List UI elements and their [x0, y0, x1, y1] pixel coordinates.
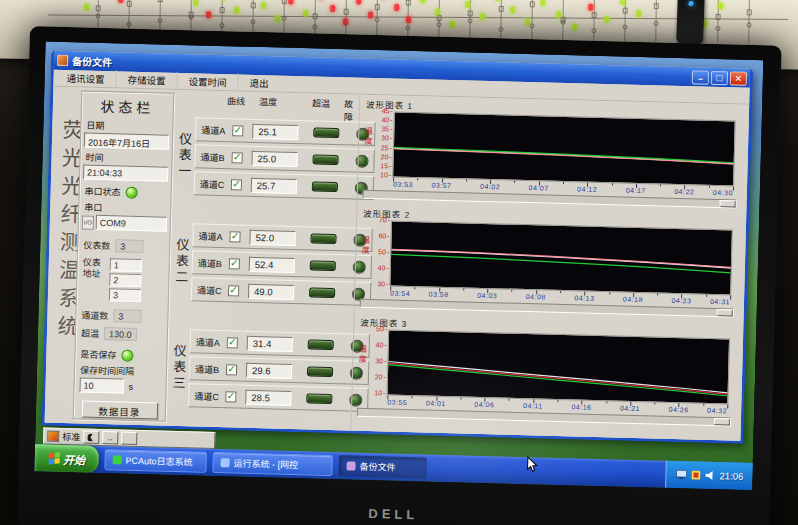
x-tick-label: 03:58 — [429, 291, 449, 299]
date-field: 2016年7月16日 — [84, 132, 169, 149]
x-tick — [730, 295, 731, 299]
save-label: 是否保存 — [80, 347, 116, 361]
tray-clock[interactable]: 21:06 — [720, 470, 744, 482]
channel-row: 通道A✓31.4 — [189, 329, 370, 358]
indicator-led-icon — [540, 0, 545, 6]
x-tick — [557, 400, 558, 402]
instrument-count-label: 仪表数 — [83, 238, 110, 252]
status-panel: 状态栏 日期 2016年7月16日 时间 21:04:33 串口状态 串口 CO… — [73, 90, 175, 421]
instrument-3: 仪表三通道A✓31.4通道B✓29.6通道C✓28.5 — [167, 317, 354, 424]
scrollbar-thumb[interactable] — [719, 200, 735, 207]
display-tray-icon[interactable] — [677, 470, 687, 479]
channel-row: 通道C✓28.5 — [188, 383, 369, 412]
menu-item-set-time[interactable]: 设置时间 — [176, 71, 237, 92]
taskbar-item-label: 运行系统 - [网控 — [233, 456, 298, 471]
instrument-addr-label: 仪表地址 — [82, 257, 103, 301]
curve-checkbox[interactable]: ✓ — [226, 364, 237, 375]
header-curve: 曲线 — [227, 94, 245, 107]
palette-tool-button-2[interactable]: ‥ — [102, 431, 118, 444]
instrument-count-field[interactable]: 3 — [115, 239, 143, 253]
indicator-led-icon — [288, 0, 293, 5]
temperature-value: 25.1 — [252, 123, 298, 139]
x-tick-label: 04:12 — [577, 185, 597, 193]
save-interval-unit: s — [128, 381, 133, 391]
curve-checkbox[interactable]: ✓ — [229, 258, 240, 269]
curve-checkbox[interactable]: ✓ — [232, 125, 243, 136]
palette-tool-button-3[interactable] — [121, 432, 137, 445]
curve-checkbox[interactable]: ✓ — [225, 391, 236, 402]
palette-tool-button-1[interactable] — [83, 431, 99, 444]
indicator-led-icon — [718, 2, 723, 9]
overtemp-led — [309, 287, 335, 298]
overtemp-threshold-field[interactable]: 130.0 — [104, 327, 137, 341]
channel-row: 通道C✓25.7 — [194, 171, 375, 200]
status-panel-title: 状态栏 — [82, 95, 173, 117]
start-label: 开始 — [63, 451, 85, 468]
waveform-chart-2: 波形图表 2温度706050403003:5403:5804:0304:0804… — [359, 207, 747, 325]
channel-row: 通道B✓29.6 — [189, 356, 370, 385]
chart-body: 温度5040302010 — [356, 329, 743, 405]
chart-svg — [390, 222, 732, 295]
y-tick-label: 20 — [380, 153, 391, 160]
volume-tray-icon[interactable] — [706, 471, 715, 480]
menu-item-storage-settings[interactable]: 存储设置 — [115, 70, 176, 91]
y-tick-label: 30 — [375, 357, 386, 364]
header-temperature: 温度 — [259, 95, 277, 108]
save-interval-field[interactable]: 10 — [79, 377, 123, 393]
channel-row: 通道A✓52.0 — [192, 223, 373, 252]
menu-item-exit[interactable]: 退出 — [237, 73, 279, 93]
maximize-button[interactable] — [711, 70, 728, 84]
y-axis-ticks: 5040302010 — [367, 329, 389, 394]
window-icon — [57, 55, 68, 66]
x-tick — [657, 294, 658, 296]
taskbar-item-3[interactable]: 备份文件 — [338, 455, 427, 478]
y-tick-label: 70 — [379, 216, 390, 223]
data-directory-button[interactable]: 数据目录 — [81, 400, 157, 419]
y-tick-label: 50 — [378, 248, 389, 255]
close-button[interactable] — [730, 71, 747, 85]
overtemp-led — [310, 260, 336, 271]
indicator-led-icon — [234, 7, 239, 14]
instrument-name: 仪表三 — [167, 344, 188, 393]
curve-checkbox[interactable]: ✓ — [229, 231, 240, 242]
x-tick-label: 04:18 — [623, 296, 643, 304]
channel-rows: 通道A✓25.1通道B✓25.0通道C✓25.7 — [193, 114, 377, 203]
serial-port-select[interactable]: COM9 — [82, 214, 167, 231]
channel-count-field[interactable]: 3 — [113, 309, 141, 323]
dell-logo: DELL — [368, 506, 418, 522]
curve-checkbox[interactable]: ✓ — [228, 285, 239, 296]
x-tick — [609, 292, 610, 294]
temperature-value: 28.5 — [245, 389, 291, 405]
scrollbar-thumb[interactable] — [717, 309, 733, 316]
channel-label: 通道C — [197, 283, 228, 297]
curve-checkbox[interactable]: ✓ — [231, 152, 242, 163]
program-tray-icon[interactable] — [692, 470, 701, 479]
instrument-addr-field-1[interactable]: 1 — [110, 258, 142, 272]
taskbar-item-1[interactable]: PCAuto日志系统 — [104, 449, 207, 473]
camera-device — [676, 0, 705, 44]
minimize-button[interactable] — [692, 70, 709, 84]
indicator-led-icon — [620, 0, 625, 5]
menu-item-comm-settings[interactable]: 通讯设置 — [55, 68, 115, 89]
x-tick-label: 04:17 — [626, 187, 646, 195]
indicator-led-icon — [261, 2, 266, 9]
indicator-led-icon — [636, 10, 641, 17]
x-tick — [509, 399, 510, 401]
temperature-value: 25.7 — [251, 177, 297, 193]
instrument-addr-field-2[interactable]: 2 — [109, 273, 141, 287]
curve-checkbox[interactable]: ✓ — [227, 337, 238, 348]
x-tick — [412, 396, 413, 398]
y-tick-label: 20 — [375, 373, 386, 380]
indicator-led-icon — [510, 7, 515, 14]
curve-checkbox[interactable]: ✓ — [231, 179, 242, 190]
start-button[interactable]: 开始 — [34, 444, 99, 473]
taskbar-item-2[interactable]: 运行系统 - [网控 — [212, 452, 333, 476]
x-tick-label: 04:31 — [710, 298, 730, 306]
scrollbar-thumb[interactable] — [714, 418, 730, 425]
instrument-addr-field-3[interactable]: 3 — [109, 288, 141, 302]
y-tick-label: 10 — [374, 389, 385, 396]
x-tick-label: 04:16 — [571, 403, 591, 411]
crescent-icon — [87, 433, 95, 441]
y-tick-label: 10 — [380, 171, 391, 178]
serial-port-value[interactable]: COM9 — [96, 215, 167, 232]
